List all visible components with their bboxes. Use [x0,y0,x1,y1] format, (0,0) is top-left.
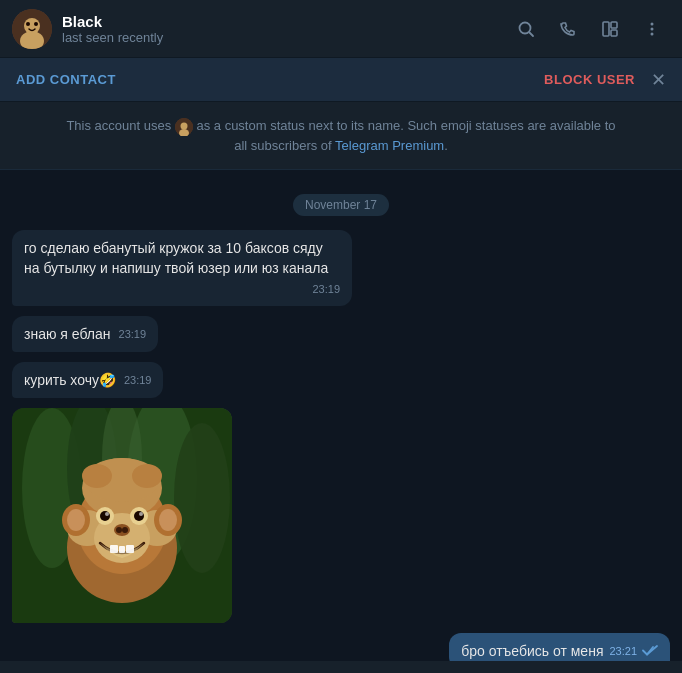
message-bubble: бро отъебись от меня 23:21 [449,633,670,661]
message-meta: 23:21 [609,643,658,661]
svg-point-45 [82,464,112,488]
svg-point-10 [651,22,654,25]
svg-rect-7 [603,22,609,36]
message-image [12,408,232,623]
image-bubble [12,408,232,623]
svg-point-20 [174,423,230,573]
message-bubble: курить хочу🤣 23:19 [12,362,163,398]
svg-rect-8 [611,22,617,28]
svg-point-33 [139,512,143,516]
svg-point-11 [651,27,654,30]
message-time: 23:19 [312,282,340,298]
layout-button[interactable] [592,11,628,47]
svg-point-3 [26,22,30,26]
contact-name: Black [62,13,508,30]
message-text: бро отъебись от меня [461,641,603,661]
message-row: го сделаю ебанутый кружок за 10 баксов с… [12,230,670,306]
read-check-icon [642,643,658,661]
message-bubble: знаю я еблан 23:19 [12,316,158,352]
add-contact-button[interactable]: ADD CONTACT [16,72,544,87]
avatar[interactable] [12,9,52,49]
message-row: бро отъебись от меня 23:21 [12,633,670,661]
svg-rect-37 [110,545,118,553]
telegram-premium-link[interactable]: Telegram Premium [335,138,444,153]
message-time: 23:19 [119,327,147,343]
message-text: знаю я еблан [24,326,111,342]
svg-point-31 [134,511,144,521]
chat-header: Black last seen recently [0,0,682,58]
svg-point-32 [105,512,109,516]
svg-rect-39 [126,545,134,553]
close-action-bar-button[interactable]: ✕ [651,69,666,91]
chat-area: November 17 го сделаю ебанутый кружок за… [0,170,682,661]
header-info: Black last seen recently [62,13,508,45]
phone-button[interactable] [550,11,586,47]
message-time: 23:19 [124,373,152,389]
svg-rect-38 [119,546,125,553]
svg-point-35 [116,527,122,533]
svg-point-43 [159,509,177,531]
info-text-before: This account uses [66,118,171,133]
info-banner: This account uses as a custom status nex… [0,102,682,170]
search-button[interactable] [508,11,544,47]
svg-line-6 [530,32,534,36]
message-row [12,408,670,623]
message-row: курить хочу🤣 23:19 [12,362,670,398]
message-row: знаю я еблан 23:19 [12,316,670,352]
header-icons [508,11,670,47]
status-emoji-preview [175,118,193,136]
more-button[interactable] [634,11,670,47]
svg-point-12 [651,32,654,35]
block-user-button[interactable]: BLOCK USER [544,72,635,87]
svg-point-30 [100,511,110,521]
svg-point-41 [67,509,85,531]
message-bubble: го сделаю ебанутый кружок за 10 баксов с… [12,230,352,306]
svg-point-46 [132,464,162,488]
date-divider: November 17 [12,194,670,216]
svg-rect-9 [611,30,617,36]
contact-status: last seen recently [62,30,508,45]
message-text: го сделаю ебанутый кружок за 10 баксов с… [24,240,328,276]
info-text-end: . [444,138,448,153]
message-time: 23:21 [609,644,637,660]
svg-point-14 [180,122,187,129]
svg-point-4 [34,22,38,26]
action-bar: ADD CONTACT BLOCK USER ✕ [0,58,682,102]
svg-point-5 [520,22,531,33]
date-label: November 17 [293,194,389,216]
message-text: курить хочу🤣 [24,372,116,388]
svg-point-36 [122,527,128,533]
